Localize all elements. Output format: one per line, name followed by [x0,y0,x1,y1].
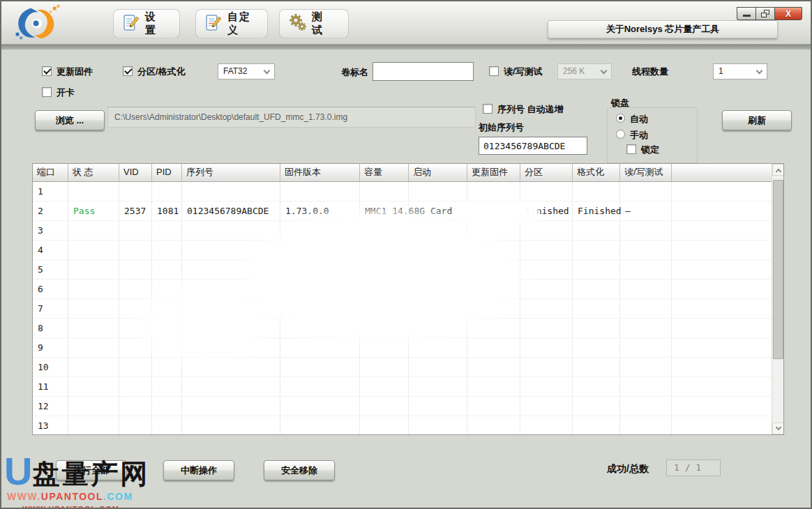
cell-format: Finished [573,202,620,221]
close-button[interactable]: X [774,7,802,20]
chevron-up-icon [776,169,781,174]
cell-port: 7 [33,299,68,319]
lock-checkbox[interactable] [626,144,636,154]
thread-count-select[interactable]: 1 [713,63,767,79]
cell-partition [520,319,573,338]
table-row[interactable]: 2Pass253710810123456789ABCDE1.73.0.0MMC1… [33,202,772,221]
rw-test-checkbox[interactable] [489,66,499,76]
open-card-checkbox[interactable] [42,87,52,97]
column-header[interactable]: 序列号 [182,164,280,182]
column-header[interactable]: 更新固件 [467,164,520,182]
lock-auto-radio[interactable] [616,114,625,123]
tab-customize-label: 自定义 [227,10,259,37]
filesystem-select[interactable]: FAT32 [218,63,275,79]
cell-update-firmware [467,416,520,435]
cell-rw-test [620,221,672,241]
cell-pid [152,397,182,416]
cell-pid [152,182,182,202]
browse-button[interactable]: 浏览 ... [35,110,105,130]
scrollbar-thumb[interactable] [773,180,783,359]
table-row[interactable]: 1 [33,182,772,202]
table-row[interactable]: 3 [33,221,772,241]
cell-update-firmware [467,182,520,202]
cell-partition: Finished [520,202,573,221]
column-header[interactable]: 固件版本 [280,164,360,182]
cell-boot [409,299,467,319]
cell-format [573,416,620,435]
column-header[interactable]: VID [119,164,152,182]
lock-manual-label: 手动 [630,129,648,142]
lock-manual-radio[interactable] [616,130,625,139]
test-gears-icon [288,13,306,34]
cell-serial [182,358,280,377]
cell-status [68,377,119,397]
cell--filler [672,358,772,377]
update-firmware-checkbox[interactable] [42,66,52,76]
scroll-up-button[interactable] [772,164,784,176]
table-row[interactable]: 11 [33,377,772,397]
column-header[interactable]: 状 态 [68,164,119,182]
abort-button[interactable]: 中断操作 [163,460,234,480]
cell-capacity [360,299,409,319]
cell-firmware [280,182,360,202]
table-row[interactable]: 5 [33,260,772,280]
table-row[interactable]: 7 [33,299,772,319]
tab-test[interactable]: 测 试 [279,9,349,38]
cell-partition [520,358,573,377]
cell-firmware [280,338,360,358]
chevron-down-icon [776,425,781,430]
column-header[interactable]: 读/写测试 [620,164,672,182]
initial-serial-input[interactable] [479,137,587,155]
minimize-button[interactable] [737,7,755,20]
table-row[interactable]: 13 [33,416,772,435]
table-scrollbar[interactable] [772,164,783,434]
open-card-label: 开卡 [57,86,75,99]
partition-format-checkbox[interactable] [123,66,133,76]
restore-button[interactable] [755,7,774,20]
close-icon: X [785,9,791,19]
volume-input[interactable] [373,62,474,81]
table-row[interactable]: 9 [33,338,772,358]
tab-settings[interactable]: 设 置 [113,9,180,38]
safe-remove-button[interactable]: 安全移除 [264,460,335,480]
cell-update-firmware [467,221,520,241]
column-header[interactable] [672,164,783,182]
cell-capacity [360,182,409,202]
table-row[interactable]: 8 [33,319,772,338]
refresh-button[interactable]: 刷新 [722,110,792,130]
column-header[interactable]: PID [152,164,182,182]
about-button[interactable]: 关于Norelsys 芯片量产工具 [548,20,778,38]
table-row[interactable]: 12 [33,397,772,416]
update-firmware-label: 更新固件 [57,66,93,78]
cell-firmware [280,358,360,377]
table-row[interactable]: 4 [33,241,772,260]
cell--filler [672,280,772,299]
success-total-field: 1 / 1 [666,459,721,476]
cell-update-firmware [467,319,520,338]
thread-count-value: 1 [719,66,723,76]
serial-auto-increment-checkbox[interactable] [483,104,493,114]
cell-boot [409,280,467,299]
cell-partition [520,241,573,260]
column-header[interactable]: 启动 [409,164,467,182]
run-all-button[interactable]: 执行全部 [56,460,127,480]
cell-vid [119,182,152,202]
column-header[interactable]: 端口 [33,164,68,182]
cell-port: 9 [33,338,68,358]
table-row[interactable]: 10 [33,358,772,377]
column-header[interactable]: 格式化 [573,164,620,182]
tab-settings-label: 设 置 [145,10,171,37]
cell--filler [672,397,772,416]
cell-boot [409,338,467,358]
scroll-down-button[interactable] [772,423,784,434]
tab-customize[interactable]: 自定义 [195,9,268,38]
cell-boot [409,397,467,416]
column-header[interactable]: 分区 [520,164,573,182]
cell-update-firmware [467,299,520,319]
cell-partition [520,377,573,397]
column-header[interactable]: 容量 [360,164,409,182]
table-row[interactable]: 6 [33,280,772,299]
cell-partition [520,280,573,299]
cell-capacity [360,280,409,299]
firmware-path-field[interactable]: C:\Users\Administrator\Desktop\default_U… [107,107,476,128]
